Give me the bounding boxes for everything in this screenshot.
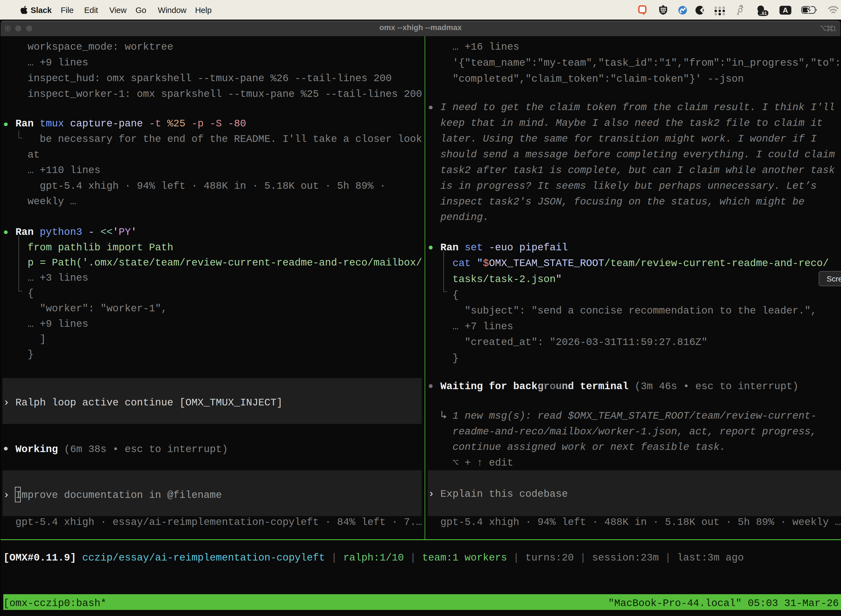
svg-text:..61: ..61 (760, 11, 767, 16)
svg-text:1: 1 (833, 25, 836, 32)
